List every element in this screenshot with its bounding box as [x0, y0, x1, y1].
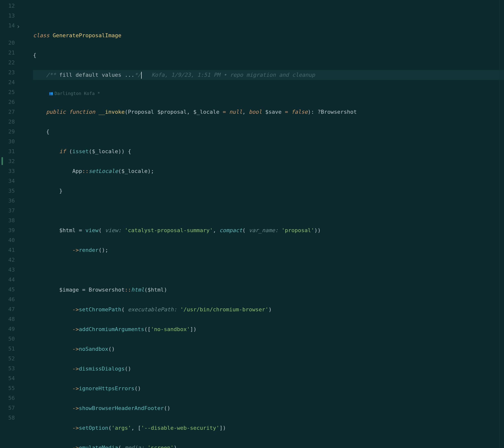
line-number: 24 [0, 77, 15, 87]
code-editor: 12 13 14 20 21 22 23 24 25 26 27 28 29 3… [0, 0, 504, 448]
vcs-mark [1, 157, 3, 165]
code-line[interactable]: ->noSandbox() [33, 344, 504, 354]
line-number: 52 [0, 354, 15, 364]
line-number: 55 [0, 383, 15, 393]
line-number: 37 [0, 206, 15, 216]
line-number: 23 [0, 68, 15, 77]
code-line[interactable]: ->setChromePath( executablePath: '/usr/b… [33, 305, 504, 315]
line-number: 48 [0, 314, 15, 324]
line-number: 41 [0, 245, 15, 255]
code-line[interactable]: ->dismissDialogs() [33, 364, 504, 374]
line-number: 42 [0, 255, 15, 265]
code-area[interactable]: class GenerateProposalImage { /** fill d… [22, 0, 504, 448]
code-line[interactable] [33, 265, 504, 275]
line-number-fold[interactable]: 14 [0, 21, 15, 31]
line-number: 30 [0, 137, 15, 147]
line-spacer [0, 31, 15, 38]
code-line[interactable]: ->render(); [33, 245, 504, 255]
line-number: 39 [0, 225, 15, 235]
line-number: 28 [0, 117, 15, 127]
code-line[interactable]: { [33, 50, 504, 60]
code-line[interactable]: /** fill default values ...*/ Kofa, 1/9/… [33, 70, 504, 80]
line-gutter: 12 13 14 20 21 22 23 24 25 26 27 28 29 3… [0, 0, 22, 448]
line-number: 22 [0, 58, 15, 68]
code-line[interactable]: if (isset($_locale)) { [33, 147, 504, 156]
line-number: 50 [0, 334, 15, 344]
line-number: 34 [0, 176, 15, 186]
right-margin-guide [499, 0, 500, 448]
line-number: 31 [0, 147, 15, 156]
line-number: 20 [0, 38, 15, 48]
code-line[interactable]: class GenerateProposalImage [33, 31, 504, 40]
line-number: 53 [0, 364, 15, 373]
line-number: 27 [0, 107, 15, 117]
line-number: 35 [0, 186, 15, 196]
line-number: 21 [0, 48, 15, 58]
code-line[interactable]: public function __invoke(Proposal $propo… [33, 107, 504, 117]
line-number: 12 [0, 1, 15, 11]
line-number: 58 [0, 413, 15, 423]
text-cursor [141, 72, 142, 79]
line-number: 43 [0, 265, 15, 275]
line-number: 54 [0, 373, 15, 383]
line-number: 46 [0, 295, 15, 304]
code-line[interactable]: ->addChromiumArguments(['no-sandbox']) [33, 324, 504, 334]
line-number: 44 [0, 275, 15, 285]
line-number: 40 [0, 235, 15, 245]
code-line[interactable]: ->emulateMedia( media: 'screen') [33, 443, 504, 448]
line-number: 49 [0, 324, 15, 334]
code-line[interactable]: ->ignoreHttpsErrors() [33, 384, 504, 393]
line-number: 51 [0, 344, 15, 354]
code-line[interactable]: ->showBrowserHeaderAndFooter() [33, 403, 504, 413]
code-line[interactable]: ->setOption('args', ['--disable-web-secu… [33, 423, 504, 433]
code-line[interactable]: { [33, 127, 504, 137]
author-icon: 👥 [49, 90, 53, 96]
git-blame-annotation: Kofa, 1/9/23, 1:51 PM • repo migration a… [152, 72, 315, 78]
code-line[interactable]: $image = Browsershot::html($html) [33, 285, 504, 295]
code-line[interactable]: } [33, 186, 504, 196]
line-number: 26 [0, 97, 15, 107]
code-line[interactable]: App::setLocale($_locale); [33, 166, 504, 176]
line-number: 13 [0, 11, 15, 21]
line-number: 47 [0, 304, 15, 314]
line-number: 25 [0, 87, 15, 97]
line-number: 29 [0, 127, 15, 137]
line-number: 57 [0, 403, 15, 413]
code-line[interactable]: $html = view( view: 'catalyst-proposal-s… [33, 225, 504, 235]
line-number: 38 [0, 216, 15, 225]
code-line[interactable] [33, 206, 504, 216]
line-number: 45 [0, 285, 15, 295]
line-number: 36 [0, 196, 15, 206]
line-number: 56 [0, 393, 15, 403]
code-author-hint: 👥Darlington Kofa * [33, 90, 504, 97]
line-number: 33 [0, 166, 15, 176]
